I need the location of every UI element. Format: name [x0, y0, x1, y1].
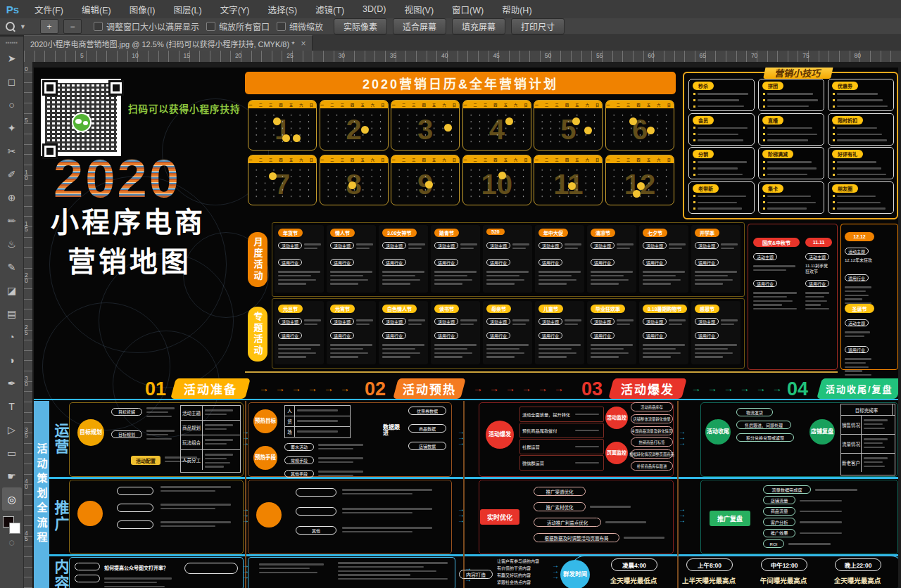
ruler-top-number: 45	[493, 52, 499, 59]
blur-tool[interactable]: ◔	[2, 325, 22, 348]
activity-card-title: 3.08女神节	[382, 229, 417, 237]
text-lines	[591, 269, 633, 287]
palette-grip-icon[interactable]: ▪▪▪▪▪▪	[6, 41, 18, 45]
background-color[interactable]	[9, 523, 20, 534]
history-brush-tool[interactable]: ✎	[2, 255, 22, 279]
zoom-tool[interactable]: ◎	[2, 487, 22, 511]
node-pill: 推广效果	[763, 529, 795, 537]
node-pill: 内容打造	[459, 570, 493, 579]
healing-brush-tool[interactable]: ⊕	[2, 186, 22, 209]
row-divider	[34, 477, 898, 479]
industry-pill: 适用行业	[845, 274, 869, 281]
theme-pill: 活动主题	[486, 242, 510, 249]
eyedropper-tool[interactable]: ✐	[2, 162, 22, 186]
theme-pill: 活动主题	[330, 242, 354, 249]
content-build-item: 紧跟社会热点内容	[497, 580, 557, 586]
activity-card-title: 感恩节	[695, 305, 719, 313]
menu-item-3D(D)[interactable]: 3D(D)	[353, 0, 395, 18]
send-time: 中午12:00	[761, 558, 807, 571]
text-lines	[721, 317, 738, 328]
ruler-top-number: 50	[545, 52, 551, 59]
tip-card-label: 直播	[762, 116, 783, 124]
crop-tool[interactable]: ✂	[2, 139, 22, 162]
checkbox-icon[interactable]	[206, 22, 215, 31]
flow-arrows: →→→	[242, 563, 255, 581]
node-pill: ROI	[763, 539, 784, 548]
checkbox-icon[interactable]	[94, 22, 103, 31]
magic-wand-tool[interactable]: ✦	[2, 116, 22, 139]
menu-item-文件(F)[interactable]: 文件(F)	[25, 0, 73, 18]
option-checkbox[interactable]: 缩放所有窗口	[206, 20, 270, 32]
tip-card-lines	[833, 159, 890, 178]
tip-card: 秒杀	[688, 79, 755, 111]
eraser-tool[interactable]: ◪	[2, 279, 22, 302]
text-lines	[845, 329, 870, 340]
node-pill: 活动商品库存	[631, 402, 673, 411]
tab-close-icon[interactable]: ×	[301, 39, 305, 49]
node-circle: 店铺复盘	[809, 419, 835, 445]
text-lines	[304, 317, 321, 328]
industry-pill: 适用行业	[695, 259, 719, 266]
zoom-tool-icon[interactable]	[6, 22, 15, 31]
tool-preset-caret-icon[interactable]: ▼	[20, 23, 26, 30]
options-button-打印尺寸[interactable]: 打印尺寸	[511, 18, 565, 34]
option-checkbox[interactable]: 细微缩放	[277, 20, 323, 32]
lasso-tool[interactable]: ○	[2, 93, 22, 116]
menu-item-视图(V)[interactable]: 视图(V)	[395, 0, 443, 18]
ruler-left-number: 40	[25, 478, 31, 490]
topic-activities-label: 专题活动	[248, 307, 267, 362]
phase-dashes: →→→→→→	[259, 383, 358, 394]
industry-pill: 适用行业	[643, 332, 667, 339]
menu-item-图层(L)[interactable]: 图层(L)	[164, 0, 210, 18]
menu-item-编辑(E)[interactable]: 编辑(E)	[73, 0, 120, 18]
festival-date-marker	[348, 181, 356, 189]
calendar-weekdays: 一 二 三 四 五 六 日	[391, 155, 459, 163]
menu-item-文字(Y)[interactable]: 文字(Y)	[211, 0, 259, 18]
color-swatches[interactable]	[3, 516, 21, 535]
text-lines	[845, 356, 871, 378]
text-lines	[538, 342, 581, 360]
text-lines	[721, 241, 738, 252]
options-button-填充屏幕[interactable]: 填充屏幕	[452, 18, 505, 34]
text-lines	[338, 560, 448, 582]
theme-pill: 活动主题	[278, 318, 302, 325]
option-checkbox[interactable]: 调整窗口大小以满屏显示	[94, 20, 199, 32]
phase-tab: 活动收尾/复盘	[817, 378, 898, 399]
wechat-icon	[72, 113, 92, 132]
industry-pill: 适用行业	[753, 280, 777, 287]
menu-item-帮助(H)[interactable]: 帮助(H)	[493, 0, 541, 18]
calendar-month-4: 一 二 三 四 五 六 日4	[462, 100, 531, 151]
gradient-tool[interactable]: ▤	[2, 302, 22, 325]
document-tab[interactable]: 2020小程序电商营销地图.jpg @ 12.5% (扫码可以获得小程序扶持, …	[24, 35, 313, 51]
dodge-tool[interactable]: ◑	[2, 348, 22, 371]
options-button-适合屏幕[interactable]: 适合屏幕	[393, 18, 446, 34]
clone-stamp-tool[interactable]: ♨	[2, 232, 22, 255]
hand-tool[interactable]: ☛	[2, 464, 22, 487]
marquee-tool[interactable]: ◻	[2, 70, 22, 93]
type-tool[interactable]: T	[2, 395, 22, 418]
brush-tool[interactable]: ✏	[2, 209, 22, 232]
text-lines	[605, 519, 646, 525]
text-lines	[845, 284, 871, 307]
tip-card-label: 秒杀	[693, 82, 714, 90]
move-tool[interactable]: ➤	[2, 46, 22, 70]
activity-card-title: 母亲节	[486, 305, 511, 313]
menu-item-选择(S)[interactable]: 选择(S)	[258, 0, 306, 18]
node-pill: 流量数据完成度	[763, 485, 811, 494]
options-button-实际像素[interactable]: 实际像素	[334, 18, 387, 34]
checkbox-icon[interactable]	[277, 22, 286, 31]
menu-item-窗口(W)[interactable]: 窗口(W)	[443, 0, 493, 18]
quick-mask-button[interactable]: ◌	[2, 535, 22, 550]
tip-card: 朋友圈	[828, 181, 894, 214]
zoom-out-toggle[interactable]: −	[63, 19, 82, 34]
zoom-in-toggle[interactable]: +	[40, 19, 58, 34]
theme-pill: 活动主题	[434, 318, 458, 325]
menu-item-滤镜(T)[interactable]: 滤镜(T)	[306, 0, 353, 18]
tip-card: 集卡	[758, 181, 824, 214]
node-circle	[256, 502, 282, 528]
shape-tool[interactable]: ▭	[2, 441, 22, 464]
menu-item-图像(I)[interactable]: 图像(I)	[120, 0, 165, 18]
pen-tool[interactable]: ✒	[2, 371, 22, 395]
path-select-tool[interactable]: ▷	[2, 418, 22, 441]
node-pill	[75, 575, 100, 582]
